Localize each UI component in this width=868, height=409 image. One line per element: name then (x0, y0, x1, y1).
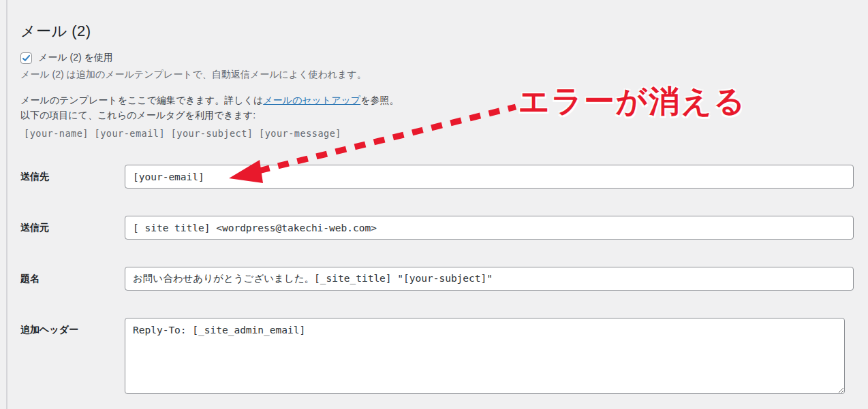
additional-headers-textarea[interactable]: Reply-To: [_site_admin_email] (125, 318, 845, 394)
use-mail2-checkbox[interactable] (20, 52, 32, 64)
additional-headers-label: 追加ヘッダー (20, 318, 125, 336)
mail-from-label: 送信元 (20, 216, 125, 234)
row-mail-subject: 題名 (20, 267, 868, 291)
mail2-description: メール (2) は追加のメールテンプレートで、自動返信メールによく使われます。 (20, 68, 868, 80)
error-disappears-annotation: エラーが消える (518, 81, 746, 122)
mail-subject-label: 題名 (20, 267, 125, 285)
use-mail2-row[interactable]: メール (2) を使用 (20, 52, 868, 64)
mail-tags-list: [your-name] [your-email] [your-subject] … (24, 128, 868, 139)
use-mail2-label: メール (2) を使用 (38, 52, 113, 64)
mail-fields-table: 送信先 送信元 題名 追加ヘッダー Reply-T (20, 165, 868, 397)
mail-to-input[interactable] (125, 165, 854, 189)
mail-setup-link[interactable]: メールのセットアップ (263, 95, 360, 105)
mail-subject-input[interactable] (125, 267, 854, 291)
help-text-before-link: メールのテンプレートをここで編集できます。詳しくは (20, 95, 263, 105)
row-additional-headers: 追加ヘッダー Reply-To: [_site_admin_email] (20, 318, 868, 397)
help-text-after-link: を参照。 (360, 95, 399, 105)
mail2-content: メール (2) メール (2) を使用 メール (2) は追加のメールテンプレー… (0, 0, 868, 397)
section-title: メール (2) (20, 23, 868, 39)
mail2-settings-panel: メール (2) メール (2) を使用 メール (2) は追加のメールテンプレー… (0, 0, 868, 409)
row-mail-to: 送信先 (20, 165, 868, 189)
row-mail-from: 送信元 (20, 216, 868, 240)
mail-from-input[interactable] (125, 216, 854, 240)
mail-to-label: 送信先 (20, 165, 125, 183)
check-icon (22, 54, 31, 63)
